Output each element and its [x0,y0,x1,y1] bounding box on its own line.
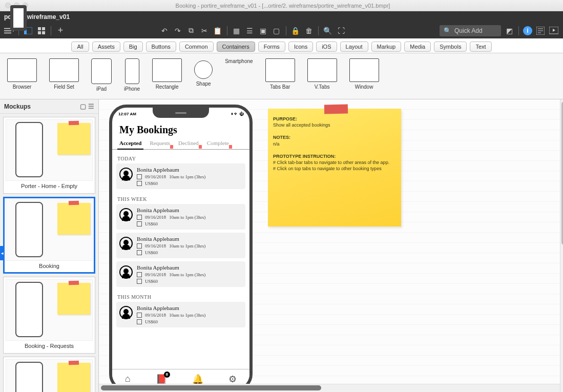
notes-panel-icon[interactable] [535,26,546,36]
section-heading: THIS WEEK [116,192,245,204]
shelf-item-v-tabs[interactable]: V.Tabs [307,58,337,90]
category-ios[interactable]: iOS [316,42,337,52]
booking-name: Bonita Applebaum [137,236,205,242]
lock-icon[interactable]: 🔒 [290,26,301,36]
mockup-card[interactable]: Booking - Requests [3,277,95,354]
panel-collapse-handle[interactable]: ◂ [0,246,5,260]
tabbar-settings-icon[interactable]: ⚙ [228,374,237,385]
mockup-label: Booking - Requests [25,342,74,351]
mockup-card[interactable]: Porter - Home - Empty [3,117,95,194]
category-containers[interactable]: Containers [217,42,255,52]
category-assets[interactable]: Assets [92,42,120,52]
category-icons[interactable]: Icons [288,42,313,52]
booking-price: US$60 [145,181,158,186]
avatar-icon [119,306,133,319]
booking-tab-requests[interactable]: Requests [145,138,174,149]
category-big[interactable]: Big [123,42,143,52]
booking-card[interactable]: Bonita Applebaum09/16/201810am to 1pm (3… [116,261,245,287]
category-media[interactable]: Media [404,42,431,52]
align-icon[interactable]: ☰ [245,26,255,36]
library-icon[interactable]: ◩ [504,26,514,36]
booking-card[interactable]: Bonita Applebaum09/16/201810am to 1pm (3… [116,302,245,327]
mockup-list[interactable]: Porter - Home - EmptyBookingBooking - Re… [0,114,98,392]
booking-name: Bonita Applebaum [137,167,205,173]
booking-price: US$60 [145,279,158,284]
category-text[interactable]: Text [470,42,491,52]
shelf-item-window[interactable]: Window [349,58,379,90]
fit-icon[interactable]: ⛶ [336,26,346,36]
booking-tab-declined[interactable]: Declined [174,138,203,149]
section-heading: TODAY [116,152,245,163]
booking-tab-accepted[interactable]: Accepted [115,138,145,149]
category-forms[interactable]: Forms [258,42,285,52]
sticky-purpose-heading: PURPOSE: [273,116,396,122]
delete-icon[interactable]: 🗑 [304,26,314,36]
booking-tab-complete[interactable]: Complete [203,138,233,149]
paste-icon[interactable]: 📋 [213,26,223,36]
tabbar-notifications-icon[interactable]: 🔔 [192,374,203,385]
tabbar-bookings-icon[interactable]: 📕8 [156,374,167,385]
avatar-icon [119,265,133,279]
group-icon[interactable]: ▦ [232,26,242,36]
info-icon[interactable]: i [523,26,532,35]
canvas[interactable]: 12:07 AM ▮ ᯤ ⏻ My Bookings AcceptedReque… [99,99,560,392]
shelf-item-tabs-bar[interactable]: Tabs Bar [265,58,295,90]
calendar-icon [137,313,142,318]
booking-card[interactable]: Bonita Applebaum09/16/201810am to 1pm (3… [116,204,245,230]
front-icon[interactable]: ▣ [258,26,268,36]
booking-type-tabs: AcceptedRequestsDeclinedComplete [112,138,249,150]
thumbnail-view-icon[interactable]: ▢ [80,102,86,110]
sticky-notes-heading: NOTES: [273,134,396,140]
zoom-icon[interactable]: 🔍 [323,26,333,36]
redo-icon[interactable]: ↷ [173,26,183,36]
shelf-item-ipad[interactable]: iPad [91,58,112,92]
svg-rect-5 [42,31,45,34]
iphone-mockup[interactable]: 12:07 AM ▮ ᯤ ⏻ My Bookings AcceptedReque… [109,105,253,391]
shelf-item-iphone[interactable]: iPhone [124,58,140,92]
mockup-card[interactable] [3,357,95,392]
shelf-item-smartphone[interactable]: Smartphone [225,58,253,64]
price-icon [137,319,142,324]
copy-icon[interactable]: ⧉ [186,26,196,36]
present-icon[interactable] [549,26,559,36]
back-icon[interactable]: ▢ [272,26,282,36]
category-markup[interactable]: Markup [371,42,402,52]
booking-card[interactable]: Bonita Applebaum09/16/201810am to 1pm (3… [116,233,245,258]
category-layout[interactable]: Layout [340,42,368,52]
mockups-panel: ◂ Mockups ▢ ☰ Porter - Home - EmptyBooki… [0,99,99,392]
horizontal-scrollbar[interactable] [99,384,560,392]
svg-rect-3 [42,27,45,30]
canvas-area: 12:07 AM ▮ ᯤ ⏻ My Bookings AcceptedReque… [99,99,563,392]
booking-time: 10am to 1pm (3hrs) [169,272,205,277]
svg-rect-2 [38,27,41,30]
tabbar-home-icon[interactable]: ⌂ [125,374,131,384]
sticky-note[interactable]: PURPOSE: Show all accepted bookings NOTE… [268,109,401,226]
quick-add-input[interactable]: 🔍 Quick Add [440,25,501,36]
category-buttons[interactable]: Buttons [146,42,176,52]
bookings-badge: 8 [164,372,170,378]
sticky-purpose: Show all accepted bookings [273,122,396,128]
calendar-icon [137,243,142,249]
mockup-label: Porter - Home - Empty [21,182,77,191]
shelf-item-field-set[interactable]: Field Set [49,58,79,90]
avatar-icon [119,168,133,181]
category-all[interactable]: All [71,42,89,52]
category-symbols[interactable]: Symbols [434,42,467,52]
category-common[interactable]: Common [179,42,214,52]
sticky-proto-line2: # Click on top tabs to navigate to other… [273,166,396,172]
undo-icon[interactable]: ↶ [159,26,170,36]
mockup-card[interactable]: Booking [3,197,95,274]
booking-card[interactable]: Bonita Applebaum09/16/201810am to 1pm (3… [116,163,245,189]
vertical-scrollbar[interactable] [560,99,563,392]
booking-date: 09/16/2018 [145,215,166,220]
shelf-item-rectangle[interactable]: Rectangle [152,58,182,90]
shelf-item-shape[interactable]: Shape [194,58,213,87]
cut-icon[interactable]: ✂ [199,26,210,36]
list-view-icon[interactable]: ☰ [88,102,94,110]
grid-view-icon[interactable] [36,26,47,36]
add-icon[interactable]: + [55,26,66,36]
booking-date: 09/16/2018 [145,174,166,179]
macos-titlebar: Booking - portire_wireframe_v01 - [...or… [0,0,563,11]
window-title: Booking - portire_wireframe_v01 - [...or… [33,3,532,9]
shelf-item-browser[interactable]: Browser [7,58,37,90]
